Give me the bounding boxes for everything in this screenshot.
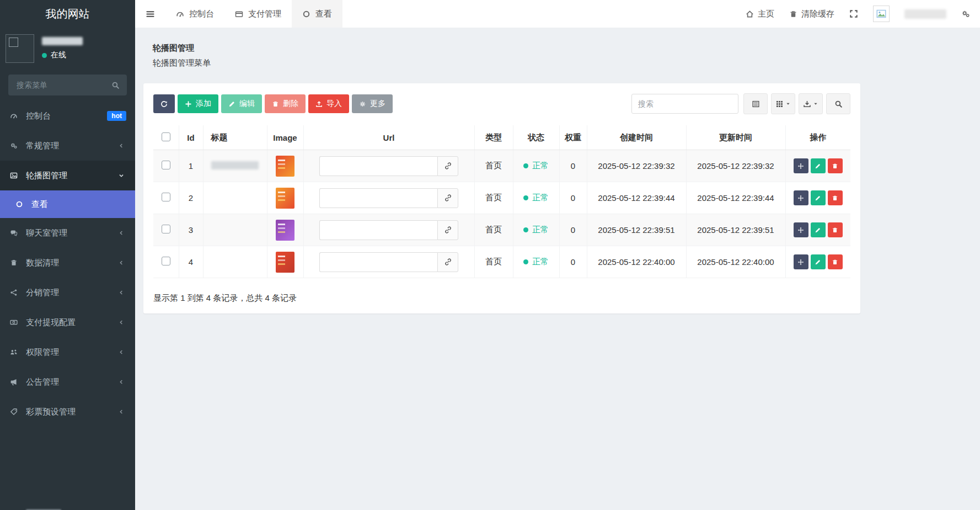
pagination-summary: 显示第 1 到第 4 条记录，总共 4 条记录: [153, 293, 850, 304]
row-delete-button[interactable]: [828, 254, 843, 269]
navbar-avatar[interactable]: [873, 6, 890, 22]
row-edit-button[interactable]: [811, 190, 826, 205]
page-title: 轮播图管理: [153, 43, 980, 54]
column-header-7: 创建时间: [587, 125, 686, 150]
search-icon: [834, 100, 843, 108]
column-header-6: 权重: [559, 125, 587, 150]
updated-at: 2025-05-12 22:39:32: [686, 150, 785, 182]
url-link-button[interactable]: [437, 156, 458, 176]
row-title: [203, 182, 267, 214]
url-input[interactable]: [319, 252, 437, 272]
settings-gear-icon[interactable]: [961, 9, 970, 18]
sidebar-item-payment-withdraw[interactable]: 支付提现配置: [0, 307, 135, 337]
clear-cache-link[interactable]: 清除缓存: [789, 9, 834, 19]
status-dot-icon: [523, 227, 528, 232]
sidebar-item-view[interactable]: 查看: [0, 190, 135, 218]
url-link-button[interactable]: [437, 188, 458, 208]
url-link-button[interactable]: [437, 252, 458, 272]
table-body: 1首页正常02025-05-12 22:39:322025-05-12 22:3…: [153, 150, 850, 278]
sidebar-item-chatroom[interactable]: 聊天室管理: [0, 218, 135, 248]
menu-search-input[interactable]: [15, 80, 111, 90]
select-all-checkbox[interactable]: [162, 132, 170, 141]
row-delete-button[interactable]: [828, 158, 843, 173]
sidebar-item-console[interactable]: 控制台hot: [0, 101, 135, 131]
sidebar-search: [8, 75, 127, 95]
table-row: 4首页正常02025-05-12 22:40:002025-05-12 22:4…: [153, 246, 850, 278]
banner-thumbnail[interactable]: [276, 252, 294, 273]
home-link[interactable]: 主页: [746, 9, 774, 19]
row-move-button[interactable]: [794, 254, 808, 269]
sidebar-item-label: 控制台: [26, 111, 100, 121]
tab-view[interactable]: 查看: [292, 0, 342, 28]
row-delete-button[interactable]: [828, 190, 843, 205]
status-label: 正常: [532, 257, 549, 267]
row-checkbox[interactable]: [162, 161, 170, 169]
app-title: 我的网站: [0, 0, 135, 28]
url-input[interactable]: [319, 156, 437, 176]
updated-at: 2025-05-12 22:39:44: [686, 182, 785, 214]
detail-view-button[interactable]: [743, 93, 768, 114]
columns-button[interactable]: [771, 93, 795, 114]
column-header-4: 类型: [474, 125, 513, 150]
created-at: 2025-05-12 22:39:32: [587, 150, 686, 182]
row-checkbox[interactable]: [162, 193, 170, 201]
sidebar-item-label: 聊天室管理: [26, 228, 109, 238]
edit-button[interactable]: 编辑: [221, 94, 262, 113]
row-delete-button[interactable]: [828, 222, 843, 237]
listview-icon: [752, 100, 760, 108]
add-button[interactable]: 添加: [178, 94, 218, 113]
sidebar: 我的网站 在线 控制台hot常规管理轮播图管理查看聊天室管理数据清理分销管理支付…: [0, 0, 135, 510]
grid-icon: [775, 100, 784, 108]
import-button[interactable]: 导入: [308, 94, 349, 113]
clear-cache-label: 清除缓存: [801, 9, 834, 19]
fullscreen-icon[interactable]: [849, 9, 858, 18]
row-edit-button[interactable]: [811, 254, 826, 269]
row-checkbox[interactable]: [162, 257, 170, 265]
sidebar-toggle-button[interactable]: [135, 0, 165, 28]
chevron-left-icon: [116, 289, 126, 296]
sidebar-item-carousel[interactable]: 轮播图管理: [0, 161, 135, 190]
row-move-button[interactable]: [794, 222, 808, 237]
sidebar-item-label: 常规管理: [26, 141, 109, 151]
banner-thumbnail[interactable]: [276, 156, 294, 177]
url-input[interactable]: [319, 220, 437, 240]
tab-payment[interactable]: 支付管理: [224, 0, 292, 28]
url-input-group: [319, 220, 458, 240]
sidebar-item-partial[interactable]: [0, 498, 135, 510]
status-dot-icon: [523, 195, 528, 200]
url-link-button[interactable]: [437, 220, 458, 240]
share-icon: [9, 289, 19, 296]
users-icon: [9, 348, 19, 356]
row-edit-button[interactable]: [811, 158, 826, 173]
row-checkbox[interactable]: [162, 225, 170, 233]
table-row: 1首页正常02025-05-12 22:39:322025-05-12 22:3…: [153, 150, 850, 182]
sidebar-item-distribution[interactable]: 分销管理: [0, 278, 135, 307]
more-button[interactable]: 更多: [352, 94, 393, 113]
tab-console[interactable]: 控制台: [165, 0, 224, 28]
delete-button[interactable]: 删除: [265, 94, 306, 113]
banner-thumbnail[interactable]: [276, 188, 294, 209]
avatar: [6, 34, 34, 63]
upload-icon: [315, 100, 323, 108]
sidebar-item-label: 彩票预设管理: [26, 407, 109, 417]
sidebar-item-data-clean[interactable]: 数据清理: [0, 248, 135, 278]
sidebar-item-announcement[interactable]: 公告管理: [0, 367, 135, 397]
export-button[interactable]: [799, 93, 823, 114]
sidebar-item-lottery-preset[interactable]: 彩票预设管理: [0, 397, 135, 427]
url-input[interactable]: [319, 188, 437, 208]
refresh-button[interactable]: [153, 94, 175, 113]
row-move-button[interactable]: [794, 190, 808, 205]
row-id: 3: [179, 214, 203, 246]
refresh-icon: [160, 100, 168, 108]
sidebar-item-general[interactable]: 常规管理: [0, 131, 135, 161]
sidebar-item-auth[interactable]: 权限管理: [0, 337, 135, 367]
row-edit-button[interactable]: [811, 222, 826, 237]
banner-thumbnail[interactable]: [276, 220, 294, 241]
row-move-button[interactable]: [794, 158, 808, 173]
table-row: 3首页正常02025-05-12 22:39:512025-05-12 22:3…: [153, 214, 850, 246]
table-search-input[interactable]: [631, 94, 738, 114]
row-title-redacted: [211, 161, 259, 169]
search-toggle-button[interactable]: [826, 93, 850, 114]
money-icon: [9, 318, 19, 326]
navbar-user-name-redacted[interactable]: [904, 9, 946, 19]
